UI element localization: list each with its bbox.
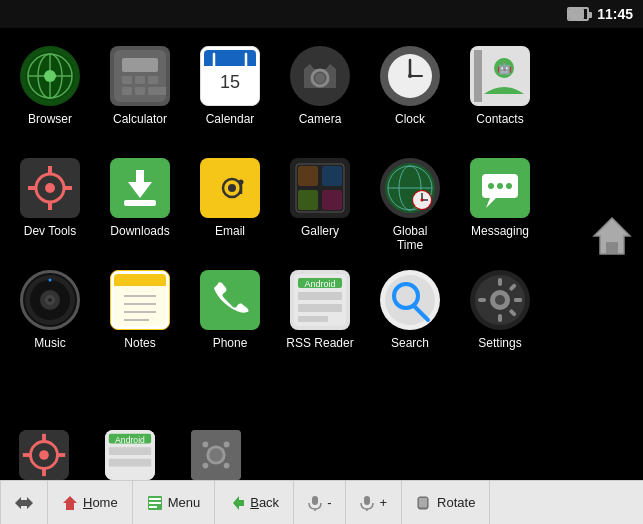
svg-rect-9: [135, 76, 145, 84]
app-gallery[interactable]: Gallery: [275, 150, 365, 262]
app-contacts[interactable]: 🤖 Contacts: [455, 38, 545, 150]
app-phone[interactable]: Phone: [185, 262, 275, 374]
svg-point-68: [506, 183, 512, 189]
mic-plus-label: +: [379, 495, 387, 510]
taskbar-back[interactable]: Back: [215, 481, 294, 524]
home-side-button[interactable]: [587, 208, 637, 263]
svg-rect-133: [364, 496, 370, 505]
app-calendar[interactable]: 15 Calendar: [185, 38, 275, 150]
svg-rect-11: [122, 87, 132, 95]
svg-point-66: [488, 183, 494, 189]
home-side-area: [580, 28, 643, 478]
app-downloads[interactable]: Downloads: [95, 150, 185, 262]
mic-icon-plus: [360, 495, 374, 511]
svg-rect-36: [48, 202, 52, 210]
svg-rect-82: [204, 274, 256, 326]
svg-rect-37: [28, 186, 36, 190]
arrows-icon: [15, 494, 33, 512]
taskbar-rotate[interactable]: Rotate: [402, 481, 490, 524]
svg-point-62: [421, 199, 424, 202]
app-calculator[interactable]: Calculator: [95, 38, 185, 150]
status-time: 11:45: [597, 6, 633, 22]
taskbar-mic-minus[interactable]: -: [294, 481, 346, 524]
taskbar-mic-plus[interactable]: +: [346, 481, 402, 524]
svg-point-5: [44, 70, 56, 82]
svg-rect-87: [298, 304, 342, 312]
svg-rect-109: [23, 453, 31, 457]
svg-rect-107: [42, 434, 46, 442]
svg-rect-100: [514, 298, 522, 302]
svg-rect-86: [298, 292, 342, 300]
svg-rect-52: [298, 190, 318, 210]
partial-icon-3[interactable]: [187, 430, 245, 480]
svg-text:Android: Android: [115, 435, 145, 445]
app-search[interactable]: Search: [365, 262, 455, 374]
partial-icon-1[interactable]: [15, 430, 73, 480]
rotate-label: Rotate: [437, 495, 475, 510]
status-bar: 11:45: [0, 0, 643, 28]
svg-rect-96: [498, 314, 502, 322]
svg-marker-123: [15, 497, 33, 509]
svg-point-122: [224, 463, 230, 469]
svg-rect-103: [606, 242, 618, 254]
svg-rect-114: [109, 447, 151, 455]
mic-minus-label: -: [327, 495, 331, 510]
taskbar-menu[interactable]: Menu: [133, 481, 216, 524]
svg-rect-50: [298, 166, 318, 186]
svg-rect-29: [474, 50, 482, 102]
svg-rect-42: [124, 200, 156, 206]
svg-point-121: [203, 463, 209, 469]
svg-rect-95: [498, 278, 502, 286]
app-clock[interactable]: Clock: [365, 38, 455, 150]
taskbar-arrows[interactable]: [0, 481, 48, 524]
svg-point-74: [49, 279, 52, 282]
app-camera[interactable]: Camera: [275, 38, 365, 150]
back-icon: [229, 495, 245, 511]
app-globaltime[interactable]: GlobalTime: [365, 150, 455, 262]
svg-point-27: [408, 74, 412, 78]
svg-point-106: [39, 450, 49, 460]
app-browser[interactable]: Browser: [5, 38, 95, 150]
back-label: Back: [250, 495, 279, 510]
svg-text:🤖: 🤖: [497, 60, 512, 75]
app-rssreader[interactable]: Android RSS Reader: [275, 262, 365, 374]
svg-point-34: [45, 183, 55, 193]
svg-rect-16: [204, 60, 256, 66]
svg-point-94: [495, 295, 505, 305]
svg-point-73: [48, 298, 52, 302]
svg-rect-136: [419, 498, 427, 507]
svg-rect-12: [135, 87, 145, 95]
rotate-icon: [416, 495, 432, 511]
svg-text:15: 15: [220, 72, 240, 92]
svg-rect-38: [64, 186, 72, 190]
app-devtools[interactable]: Dev Tools: [5, 150, 95, 262]
svg-point-22: [315, 73, 325, 83]
taskbar: Home Menu Back - + Rotate: [0, 480, 643, 524]
taskbar-home[interactable]: Home: [48, 481, 133, 524]
svg-text:Android: Android: [304, 279, 335, 289]
svg-rect-115: [109, 459, 151, 467]
app-grid: Browser Calculator 15 Calendar Camera Cl…: [0, 28, 580, 478]
app-messaging[interactable]: Messaging: [455, 150, 545, 262]
home-label: Home: [83, 495, 118, 510]
svg-marker-130: [233, 496, 244, 510]
svg-rect-8: [122, 76, 132, 84]
svg-rect-35: [48, 166, 52, 174]
svg-rect-125: [67, 504, 71, 510]
home-icon: [62, 495, 78, 511]
svg-rect-13: [148, 87, 166, 95]
svg-rect-41: [136, 170, 144, 184]
app-notes[interactable]: Notes: [95, 262, 185, 374]
bottom-partial-row: Android: [0, 425, 580, 480]
svg-rect-88: [298, 316, 328, 322]
app-email[interactable]: Email: [185, 150, 275, 262]
svg-point-45: [228, 184, 236, 192]
svg-point-67: [497, 183, 503, 189]
menu-icon: [147, 495, 163, 511]
svg-rect-127: [149, 498, 161, 500]
svg-rect-110: [57, 453, 65, 457]
app-music[interactable]: Music: [5, 262, 95, 374]
partial-icon-2[interactable]: Android: [101, 430, 159, 480]
svg-point-119: [203, 442, 209, 448]
app-settings[interactable]: Settings: [455, 262, 545, 374]
